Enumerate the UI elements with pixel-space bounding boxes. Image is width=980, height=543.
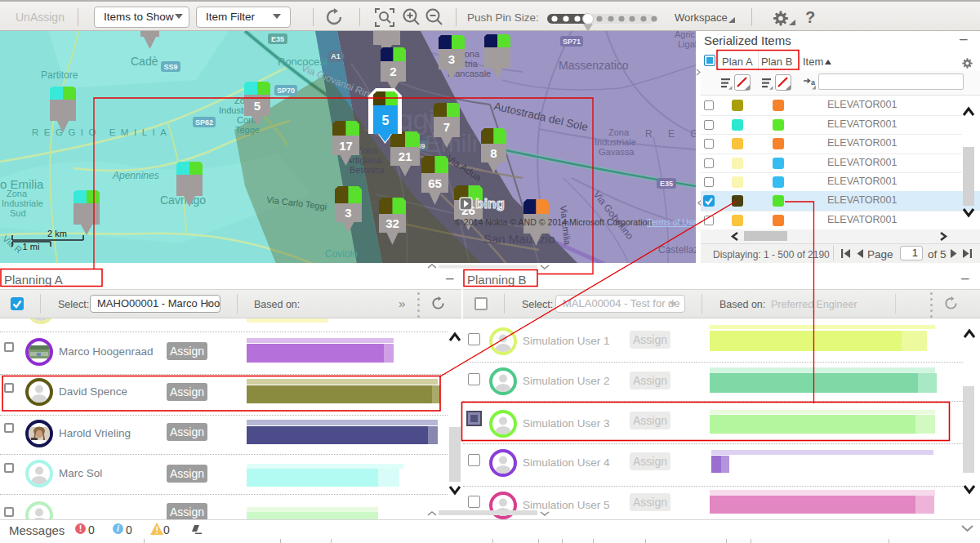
svg-text:Gavassa: Gavassa [599,147,635,157]
svg-text:3: 3 [448,52,455,66]
svg-text:Terms of Use: Terms of Use [647,217,696,227]
svg-text:5: 5 [382,113,390,127]
svg-text:21: 21 [399,149,412,163]
svg-text:E35: E35 [660,180,673,188]
svg-text:Apennines: Apennines [112,170,159,181]
svg-text:Zona: Zona [608,127,630,137]
svg-text:SS9: SS9 [163,63,177,71]
svg-text:© 2014 Nokia © AND © 2014 Micr: © 2014 Nokia © AND © 2014 Microsoft Corp… [455,217,652,227]
svg-text:Sud: Sud [10,208,26,218]
svg-text:R E G G: R E G G [645,128,696,140]
svg-text:Massenzatico: Massenzatico [559,59,629,72]
svg-text:Industriale: Industriale [2,198,43,208]
svg-text:8: 8 [490,146,497,160]
svg-text:Cadè: Cadè [131,55,158,68]
svg-text:Agric: Agric [675,31,696,39]
svg-text:Industriale: Industriale [595,137,636,147]
svg-text:A1: A1 [331,52,341,60]
svg-text:5: 5 [254,99,261,113]
svg-text:REGGIO EMILIA: REGGIO EMILIA [32,127,172,137]
svg-text:2: 2 [390,65,396,78]
svg-text:Zona: Zona [7,189,28,198]
svg-text:SP62: SP62 [195,118,213,127]
svg-text:65: 65 [428,176,442,190]
svg-text:SP70: SP70 [277,87,295,95]
svg-text:Tegge: Tegge [235,125,260,135]
svg-text:Ligab: Ligab [678,39,696,49]
svg-text:Castellazz: Castellazz [658,244,696,256]
svg-text:Coviolo: Coviolo [325,248,358,260]
svg-text:Artigiana: Artigiana [346,155,382,165]
svg-text:2 km: 2 km [47,229,67,238]
svg-text:bing: bing [475,196,505,211]
svg-text:E35: E35 [271,35,284,43]
svg-text:SP71: SP71 [563,38,581,46]
svg-text:San Maurizio: San Maurizio [483,232,555,246]
svg-text:7: 7 [443,120,450,134]
svg-text:1 mi: 1 mi [23,242,40,251]
svg-text:17: 17 [339,139,353,153]
svg-text:a: a [811,78,816,87]
svg-text:3: 3 [345,206,351,220]
svg-text:Zona: Zona [357,145,378,155]
svg-text:Betonica: Betonica [350,165,385,175]
svg-text:Partitore: Partitore [41,69,78,81]
svg-text:32: 32 [385,216,399,230]
